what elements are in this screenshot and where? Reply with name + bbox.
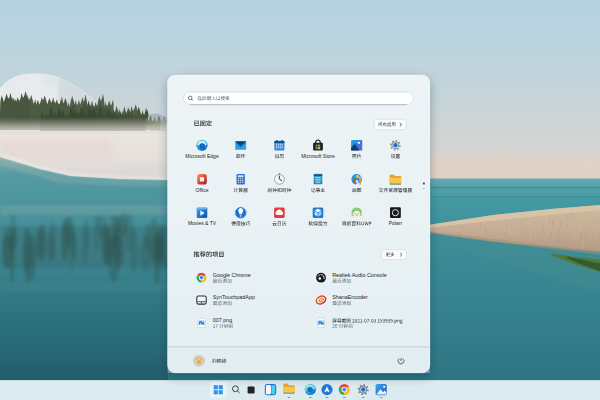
svg-text:Microsoft Edge: Microsoft Edge (185, 153, 219, 159)
svg-text:Polarr: Polarr (389, 220, 403, 226)
svg-text:Microsoft Store: Microsoft Store (301, 153, 335, 159)
svg-text:ShanaEncoder: ShanaEncoder (332, 294, 368, 300)
svg-text:Office: Office (196, 187, 209, 193)
svg-text:007.png: 007.png (213, 317, 233, 323)
svg-text:Realtek Audio Console: Realtek Audio Console (332, 272, 387, 278)
svg-text:Movies & TV: Movies & TV (188, 220, 217, 226)
svg-text:SynTouchpadApp: SynTouchpadApp (213, 294, 255, 300)
svg-text:Google Chrome: Google Chrome (213, 272, 251, 278)
